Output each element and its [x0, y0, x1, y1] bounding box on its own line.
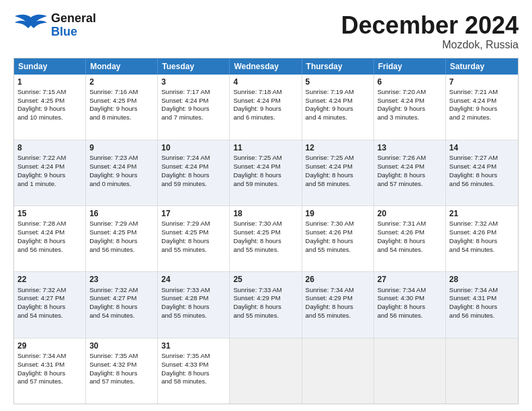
header-day-wednesday: Wednesday	[230, 58, 302, 75]
calendar-cell-empty	[374, 338, 446, 404]
location: Mozdok, Russia	[341, 39, 519, 51]
calendar-cell-28: 28Sunrise: 7:34 AMSunset: 4:31 PMDayligh…	[446, 272, 518, 337]
calendar-cell-4: 4Sunrise: 7:18 AMSunset: 4:24 PMDaylight…	[230, 75, 302, 140]
header-day-monday: Monday	[86, 58, 158, 75]
calendar-cell-26: 26Sunrise: 7:34 AMSunset: 4:29 PMDayligh…	[302, 272, 374, 337]
calendar-cell-27: 27Sunrise: 7:34 AMSunset: 4:30 PMDayligh…	[374, 272, 446, 337]
calendar-cell-24: 24Sunrise: 7:33 AMSunset: 4:28 PMDayligh…	[158, 272, 230, 337]
header-day-saturday: Saturday	[446, 58, 518, 75]
calendar-cell-10: 10Sunrise: 7:24 AMSunset: 4:24 PMDayligh…	[158, 140, 230, 205]
calendar-cell-19: 19Sunrise: 7:30 AMSunset: 4:26 PMDayligh…	[302, 206, 374, 271]
calendar-cell-1: 1Sunrise: 7:15 AMSunset: 4:25 PMDaylight…	[14, 75, 86, 140]
calendar-cell-14: 14Sunrise: 7:27 AMSunset: 4:24 PMDayligh…	[446, 140, 518, 205]
calendar-cell-16: 16Sunrise: 7:29 AMSunset: 4:25 PMDayligh…	[86, 206, 158, 271]
calendar-cell-30: 30Sunrise: 7:35 AMSunset: 4:32 PMDayligh…	[86, 338, 158, 404]
calendar-cell-29: 29Sunrise: 7:34 AMSunset: 4:31 PMDayligh…	[14, 338, 86, 404]
calendar-cell-empty	[230, 338, 302, 404]
calendar-cell-11: 11Sunrise: 7:25 AMSunset: 4:24 PMDayligh…	[230, 140, 302, 205]
calendar-cell-8: 8Sunrise: 7:22 AMSunset: 4:24 PMDaylight…	[14, 140, 86, 205]
header-day-tuesday: Tuesday	[158, 58, 230, 75]
calendar-cell-2: 2Sunrise: 7:16 AMSunset: 4:25 PMDaylight…	[86, 75, 158, 140]
logo: General Blue	[13, 12, 96, 39]
calendar-cell-empty	[302, 338, 374, 404]
logo-general: General	[51, 12, 96, 26]
calendar-cell-20: 20Sunrise: 7:31 AMSunset: 4:26 PMDayligh…	[374, 206, 446, 271]
page: General Blue December 2024 Mozdok, Russi…	[0, 0, 532, 411]
calendar: SundayMondayTuesdayWednesdayThursdayFrid…	[13, 58, 519, 404]
calendar-cell-6: 6Sunrise: 7:20 AMSunset: 4:24 PMDaylight…	[374, 75, 446, 140]
calendar-row: 15Sunrise: 7:28 AMSunset: 4:24 PMDayligh…	[14, 205, 518, 271]
calendar-header: SundayMondayTuesdayWednesdayThursdayFrid…	[14, 58, 518, 75]
month-title: December 2024	[341, 12, 519, 39]
calendar-body: 1Sunrise: 7:15 AMSunset: 4:25 PMDaylight…	[14, 75, 518, 404]
calendar-cell-12: 12Sunrise: 7:25 AMSunset: 4:24 PMDayligh…	[302, 140, 374, 205]
calendar-row: 22Sunrise: 7:32 AMSunset: 4:27 PMDayligh…	[14, 271, 518, 337]
calendar-cell-22: 22Sunrise: 7:32 AMSunset: 4:27 PMDayligh…	[14, 272, 86, 337]
calendar-cell-3: 3Sunrise: 7:17 AMSunset: 4:24 PMDaylight…	[158, 75, 230, 140]
header-day-friday: Friday	[374, 58, 446, 75]
title-block: December 2024 Mozdok, Russia	[341, 12, 519, 51]
calendar-cell-23: 23Sunrise: 7:32 AMSunset: 4:27 PMDayligh…	[86, 272, 158, 337]
header: General Blue December 2024 Mozdok, Russi…	[13, 12, 519, 51]
calendar-row: 29Sunrise: 7:34 AMSunset: 4:31 PMDayligh…	[14, 338, 518, 404]
calendar-cell-9: 9Sunrise: 7:23 AMSunset: 4:24 PMDaylight…	[86, 140, 158, 205]
calendar-cell-31: 31Sunrise: 7:35 AMSunset: 4:33 PMDayligh…	[158, 338, 230, 404]
logo-icon	[13, 12, 48, 39]
header-day-sunday: Sunday	[14, 58, 86, 75]
header-day-thursday: Thursday	[302, 58, 374, 75]
calendar-cell-7: 7Sunrise: 7:21 AMSunset: 4:24 PMDaylight…	[446, 75, 518, 140]
calendar-cell-5: 5Sunrise: 7:19 AMSunset: 4:24 PMDaylight…	[302, 75, 374, 140]
calendar-cell-17: 17Sunrise: 7:29 AMSunset: 4:25 PMDayligh…	[158, 206, 230, 271]
calendar-cell-21: 21Sunrise: 7:32 AMSunset: 4:26 PMDayligh…	[446, 206, 518, 271]
calendar-row: 8Sunrise: 7:22 AMSunset: 4:24 PMDaylight…	[14, 140, 518, 205]
calendar-cell-13: 13Sunrise: 7:26 AMSunset: 4:24 PMDayligh…	[374, 140, 446, 205]
calendar-cell-empty	[446, 338, 518, 404]
calendar-cell-18: 18Sunrise: 7:30 AMSunset: 4:25 PMDayligh…	[230, 206, 302, 271]
calendar-row: 1Sunrise: 7:15 AMSunset: 4:25 PMDaylight…	[14, 75, 518, 140]
logo-blue: Blue	[51, 26, 96, 39]
calendar-cell-25: 25Sunrise: 7:33 AMSunset: 4:29 PMDayligh…	[230, 272, 302, 337]
calendar-cell-15: 15Sunrise: 7:28 AMSunset: 4:24 PMDayligh…	[14, 206, 86, 271]
